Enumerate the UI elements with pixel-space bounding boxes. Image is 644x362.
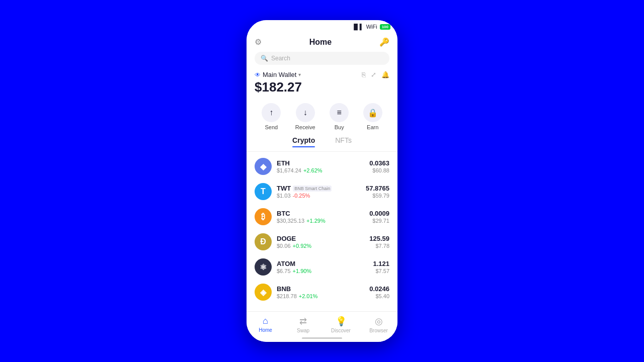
- coin-price: $1.03: [277, 193, 291, 199]
- coin-change: +2.62%: [303, 167, 323, 173]
- send-icon: ↑: [262, 103, 281, 122]
- list-item[interactable]: ◆ ETH $1,674.24 +2.62% 0.0363 $60.88: [247, 154, 397, 179]
- search-bar[interactable]: 🔍 Search: [255, 52, 389, 65]
- coin-price-row: $1.03 -0.25%: [277, 193, 361, 199]
- nav-item-discover[interactable]: 💡 Discover: [322, 316, 360, 333]
- nav-item-browser[interactable]: ◎ Browser: [360, 316, 397, 333]
- wallet-label-row[interactable]: 👁 Main Wallet ▾: [255, 71, 301, 78]
- copy-wallet-icon[interactable]: ⎘: [362, 71, 366, 78]
- buy-button[interactable]: ≡ Buy: [330, 103, 349, 130]
- coin-info: ETH $1,674.24 +2.62%: [277, 159, 364, 173]
- battery-badge: 100: [380, 24, 390, 30]
- coin-amounts: 1.121 $7.57: [373, 260, 389, 274]
- coin-price: $0.06: [277, 243, 291, 249]
- buy-icon: ≡: [330, 103, 349, 122]
- crypto-list: ◆ ETH $1,674.24 +2.62% 0.0363 $60.88 T T…: [247, 152, 397, 311]
- coin-price-row: $1,674.24 +2.62%: [277, 167, 364, 173]
- receive-icon: ↓: [296, 103, 315, 122]
- home-indicator: [247, 335, 397, 342]
- coin-price: $1,674.24: [277, 167, 301, 173]
- page-title: Home: [309, 38, 332, 47]
- coin-usd-value: $29.71: [369, 218, 389, 224]
- coin-change: +1.29%: [306, 218, 326, 224]
- coin-icon-bnb: ◈: [255, 284, 272, 301]
- coin-info: BNB $218.78 +2.01%: [277, 285, 364, 299]
- tabs-row: Crypto NFTs: [247, 136, 397, 152]
- list-item[interactable]: T TWT BNB Smart Chain $1.03 -0.25% 57.87…: [247, 179, 397, 204]
- list-item[interactable]: ◈ BNB $218.78 +2.01% 0.0246 $5.40: [247, 280, 397, 305]
- search-input[interactable]: Search: [271, 55, 290, 62]
- coin-name-row: DOGE: [277, 235, 364, 242]
- coin-amounts: 0.0246 $5.40: [369, 285, 389, 299]
- coin-icon-eth: ◆: [255, 158, 272, 175]
- coin-change: -0.25%: [293, 193, 310, 199]
- top-header: ⚙ Home 🔑: [247, 32, 397, 50]
- browser-nav-label: Browser: [369, 328, 388, 333]
- buy-label: Buy: [335, 124, 344, 130]
- coin-amount: 57.8765: [366, 185, 389, 192]
- coin-name-row: ATOM: [277, 260, 368, 267]
- app-content: ⚙ Home 🔑 🔍 Search 👁 Main Wallet ▾ ⎘ ⤢ 🔔: [247, 32, 397, 311]
- coin-info: BTC $30,325.13 +1.29%: [277, 210, 364, 224]
- lock-icon[interactable]: 🔑: [379, 37, 389, 47]
- coin-name-row: TWT BNB Smart Chain: [277, 185, 361, 192]
- coin-amounts: 0.0009 $29.71: [369, 210, 389, 224]
- search-icon: 🔍: [261, 55, 268, 62]
- eye-icon[interactable]: 👁: [255, 71, 261, 78]
- coin-amount: 0.0363: [369, 159, 389, 167]
- send-button[interactable]: ↑ Send: [262, 103, 281, 130]
- discover-nav-label: Discover: [331, 328, 351, 333]
- list-item[interactable]: ⚛ ATOM $6.75 +1.90% 1.121 $7.57: [247, 254, 397, 280]
- coin-name: BNB: [277, 285, 291, 293]
- expand-wallet-icon[interactable]: ⤢: [371, 71, 376, 78]
- coin-name: TWT: [277, 185, 291, 192]
- coin-amount: 0.0009: [369, 210, 389, 217]
- status-bar: ▐▌▌ WiFi 100: [247, 20, 397, 32]
- earn-icon: 🔒: [363, 103, 382, 122]
- coin-name-row: BNB: [277, 285, 364, 293]
- coin-icon-twt: T: [255, 183, 272, 200]
- receive-button[interactable]: ↓ Receive: [295, 103, 315, 130]
- coin-price-row: $6.75 +1.90%: [277, 268, 368, 274]
- coin-icon-btc: ₿: [255, 208, 272, 225]
- tab-crypto[interactable]: Crypto: [292, 136, 315, 147]
- swap-nav-icon: ⇄: [299, 316, 307, 327]
- coin-amounts: 0.0363 $60.88: [369, 159, 389, 173]
- list-item[interactable]: Ð DOGE $0.06 +0.92% 125.59 $7.78: [247, 229, 397, 254]
- nav-item-swap[interactable]: ⇄ Swap: [284, 316, 322, 333]
- list-item[interactable]: ₿ BTC $30,325.13 +1.29% 0.0009 $29.71: [247, 204, 397, 229]
- gear-icon[interactable]: ⚙: [255, 37, 262, 47]
- coin-usd-value: $60.88: [369, 167, 389, 173]
- nav-item-home[interactable]: ⌂ Home: [247, 316, 284, 333]
- earn-button[interactable]: 🔒 Earn: [363, 103, 382, 130]
- coin-name: BTC: [277, 210, 290, 217]
- coin-name-row: BTC: [277, 210, 364, 217]
- phone-frame: ▐▌▌ WiFi 100 ⚙ Home 🔑 🔍 Search 👁 Main Wa…: [247, 20, 397, 342]
- signal-icon: ▐▌▌: [352, 24, 363, 30]
- coin-icon-doge: Ð: [255, 233, 272, 250]
- wallet-header: 👁 Main Wallet ▾ ⎘ ⤢ 🔔: [255, 71, 389, 78]
- wallet-name: Main Wallet: [263, 71, 296, 78]
- coin-icon-atom: ⚛: [255, 258, 272, 276]
- receive-label: Receive: [295, 124, 315, 130]
- coin-change: +0.92%: [293, 243, 312, 249]
- coin-price: $6.75: [277, 268, 291, 274]
- coin-price-row: $218.78 +2.01%: [277, 293, 364, 299]
- bottom-nav: ⌂ Home ⇄ Swap 💡 Discover ◎ Browser: [247, 311, 397, 335]
- coin-amounts: 125.59 $7.78: [369, 235, 389, 249]
- coin-price: $218.78: [277, 293, 297, 299]
- coin-amounts: 57.8765 $59.79: [366, 185, 389, 199]
- coin-usd-value: $5.40: [369, 293, 389, 299]
- wallet-balance: $182.27: [255, 79, 389, 95]
- bell-icon[interactable]: 🔔: [381, 71, 389, 78]
- coin-price-row: $30,325.13 +1.29%: [277, 218, 364, 224]
- wallet-dropdown-chevron[interactable]: ▾: [298, 72, 301, 77]
- earn-label: Earn: [367, 124, 378, 130]
- action-buttons: ↑ Send ↓ Receive ≡ Buy 🔒 Earn: [247, 99, 397, 136]
- coin-price: $30,325.13: [277, 218, 304, 224]
- send-label: Send: [265, 124, 278, 130]
- tab-nfts[interactable]: NFTs: [335, 136, 352, 147]
- coin-info: ATOM $6.75 +1.90%: [277, 260, 368, 274]
- wallet-icons-row: ⎘ ⤢ 🔔: [362, 71, 389, 78]
- home-nav-label: Home: [259, 327, 272, 333]
